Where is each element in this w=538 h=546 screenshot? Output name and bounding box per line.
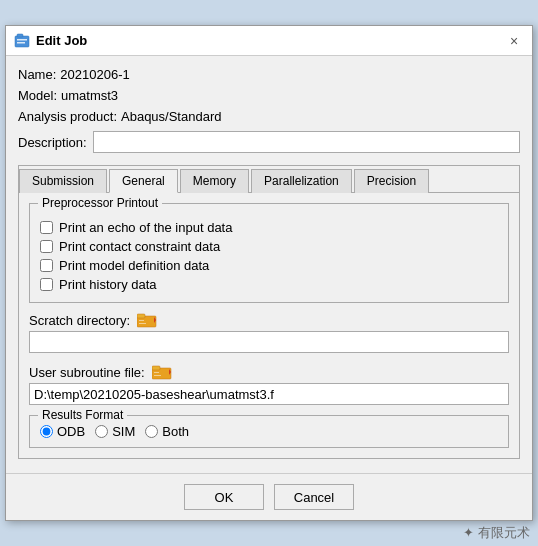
model-row: Model: umatmst3: [18, 87, 520, 104]
checkbox-contact-label: Print contact constraint data: [59, 239, 220, 254]
tab-parallelization[interactable]: Parallelization: [251, 169, 352, 193]
close-button[interactable]: ×: [504, 31, 524, 51]
radio-odb: ODB: [40, 424, 85, 439]
radio-sim-label: SIM: [112, 424, 135, 439]
checkbox-echo[interactable]: [40, 221, 53, 234]
tabs-header: Submission General Memory Parallelizatio…: [19, 166, 519, 193]
model-label: Model:: [18, 88, 57, 103]
radio-both-label: Both: [162, 424, 189, 439]
checkbox-history-label: Print history data: [59, 277, 157, 292]
svg-rect-5: [137, 314, 145, 318]
radio-row: ODB SIM Both: [40, 422, 498, 441]
svg-rect-1: [17, 34, 23, 37]
analysis-value: Abaqus/Standard: [121, 109, 221, 124]
svg-rect-2: [17, 39, 27, 41]
edit-job-dialog: Edit Job × Name: 20210206-1 Model: umatm…: [5, 25, 533, 521]
radio-both: Both: [145, 424, 189, 439]
svg-rect-7: [139, 323, 146, 324]
dialog-content: Name: 20210206-1 Model: umatmst3 Analysi…: [6, 56, 532, 469]
name-label: Name:: [18, 67, 56, 82]
checkbox-row-3: Print history data: [40, 275, 498, 294]
description-input[interactable]: [93, 131, 520, 153]
dialog-footer: OK Cancel: [6, 473, 532, 520]
checkbox-row-0: Print an echo of the input data: [40, 218, 498, 237]
model-value: umatmst3: [61, 88, 118, 103]
radio-both-input[interactable]: [145, 425, 158, 438]
checkbox-row-1: Print contact constraint data: [40, 237, 498, 256]
subroutine-row: User subroutine file:: [29, 363, 509, 381]
radio-odb-label: ODB: [57, 424, 85, 439]
general-tab-content: Preprocessor Printout Print an echo of t…: [19, 193, 519, 458]
preprocessor-group: Preprocessor Printout Print an echo of t…: [29, 203, 509, 303]
subroutine-input[interactable]: [29, 383, 509, 405]
cancel-button[interactable]: Cancel: [274, 484, 354, 510]
checkbox-contact[interactable]: [40, 240, 53, 253]
description-row: Description:: [18, 131, 520, 153]
description-label: Description:: [18, 135, 87, 150]
svg-rect-6: [139, 320, 144, 321]
dialog-icon: [14, 33, 30, 49]
radio-sim: SIM: [95, 424, 135, 439]
title-bar: Edit Job ×: [6, 26, 532, 56]
subroutine-folder-icon[interactable]: [151, 363, 173, 381]
checkbox-row-2: Print model definition data: [40, 256, 498, 275]
checkbox-history[interactable]: [40, 278, 53, 291]
analysis-label: Analysis product:: [18, 109, 117, 124]
scratch-input[interactable]: [29, 331, 509, 353]
name-value: 20210206-1: [60, 67, 129, 82]
checkbox-model-def-label: Print model definition data: [59, 258, 209, 273]
results-title: Results Format: [38, 408, 127, 422]
tab-precision[interactable]: Precision: [354, 169, 429, 193]
dialog-title: Edit Job: [36, 33, 87, 48]
svg-rect-0: [15, 36, 29, 47]
subroutine-label: User subroutine file:: [29, 365, 145, 380]
tabs-container: Submission General Memory Parallelizatio…: [18, 165, 520, 459]
checkbox-echo-label: Print an echo of the input data: [59, 220, 232, 235]
watermark: ✦ 有限元术: [463, 524, 530, 542]
svg-rect-10: [152, 366, 160, 370]
scratch-label: Scratch directory:: [29, 313, 130, 328]
scratch-row: Scratch directory:: [29, 311, 509, 329]
scratch-folder-icon[interactable]: [136, 311, 158, 329]
svg-rect-11: [154, 372, 159, 373]
results-group: Results Format ODB SIM Both: [29, 415, 509, 448]
checkbox-model-def[interactable]: [40, 259, 53, 272]
radio-odb-input[interactable]: [40, 425, 53, 438]
tab-submission[interactable]: Submission: [19, 169, 107, 193]
analysis-row: Analysis product: Abaqus/Standard: [18, 108, 520, 125]
tab-general[interactable]: General: [109, 169, 178, 193]
radio-sim-input[interactable]: [95, 425, 108, 438]
name-row: Name: 20210206-1: [18, 66, 520, 83]
preprocessor-title: Preprocessor Printout: [38, 196, 162, 210]
ok-button[interactable]: OK: [184, 484, 264, 510]
svg-rect-12: [154, 375, 161, 376]
tab-memory[interactable]: Memory: [180, 169, 249, 193]
svg-rect-3: [17, 42, 25, 44]
title-bar-left: Edit Job: [14, 33, 87, 49]
